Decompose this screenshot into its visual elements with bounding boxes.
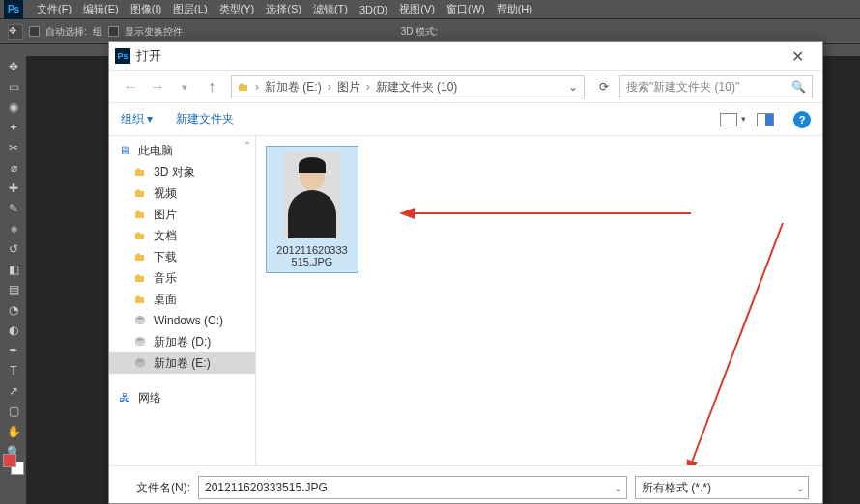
view-mode-button[interactable] bbox=[720, 113, 737, 126]
type-tool-icon[interactable]: T bbox=[2, 361, 25, 380]
tree-item-1[interactable]: 🖿3D 对象 bbox=[109, 161, 255, 182]
crumb-folder[interactable]: 新建文件夹 (10) bbox=[374, 79, 460, 96]
path-dropdown-icon[interactable]: ⌄ bbox=[566, 80, 580, 94]
preview-pane-button[interactable] bbox=[757, 113, 774, 126]
tree-item-0[interactable]: 🖥此电脑 bbox=[109, 140, 255, 161]
menu-view[interactable]: 视图(V) bbox=[393, 0, 441, 18]
new-folder-button[interactable]: 新建文件夹 bbox=[176, 111, 234, 127]
history-brush-icon[interactable]: ↺ bbox=[2, 239, 25, 259]
stamp-tool-icon[interactable]: ⎈ bbox=[2, 219, 25, 238]
tree-item-5[interactable]: 🖿下载 bbox=[109, 246, 255, 267]
file-list[interactable]: 201211620333 515.JPG bbox=[256, 136, 822, 465]
tree-item-label: 新加卷 (D:) bbox=[154, 334, 211, 350]
organize-button[interactable]: 组织 ▾ bbox=[121, 111, 153, 127]
ps-logo-icon: Ps bbox=[4, 0, 23, 19]
recent-button[interactable]: ▾ bbox=[173, 81, 196, 94]
menu-image[interactable]: 图像(I) bbox=[125, 0, 167, 18]
tree-item-3[interactable]: 🖿图片 bbox=[109, 204, 255, 225]
folder-icon: 🖿 bbox=[132, 165, 148, 179]
filename-dropdown-icon[interactable]: ⌄ bbox=[615, 483, 622, 493]
filter-dropdown-icon[interactable]: ⌄ bbox=[796, 483, 804, 493]
crop-tool-icon[interactable]: ✂ bbox=[2, 138, 25, 157]
tree-item-11[interactable]: 🖧网络 bbox=[109, 387, 255, 408]
menu-file[interactable]: 文件(F) bbox=[31, 0, 77, 18]
file-type-filter[interactable]: 所有格式 (*.*) ⌄ bbox=[635, 476, 809, 499]
open-dialog: Ps 打开 ✕ ← → ▾ ↑ 🖿 › 新加卷 (E:) › 图片 › 新建文件… bbox=[108, 41, 823, 504]
drive-icon: ⛃ bbox=[132, 314, 148, 327]
auto-select-target[interactable]: 组 bbox=[93, 25, 102, 39]
thumbnail-image bbox=[283, 152, 341, 238]
network-icon: 🖧 bbox=[117, 391, 132, 405]
tree-item-label: 图片 bbox=[154, 207, 177, 223]
search-icon: 🔍 bbox=[791, 80, 806, 94]
folder-icon: 🖿 bbox=[236, 80, 251, 94]
tree-expand-icon[interactable]: ⌃ bbox=[244, 140, 251, 151]
dialog-titlebar[interactable]: Ps 打开 ✕ bbox=[109, 42, 822, 70]
filename-value: 201211620333515.JPG bbox=[205, 481, 328, 494]
dialog-footer: 文件名(N): 201211620333515.JPG ⌄ 所有格式 (*.*)… bbox=[109, 465, 822, 503]
menu-window[interactable]: 窗口(W) bbox=[441, 0, 491, 18]
tree-item-9[interactable]: ⛃新加卷 (D:) bbox=[109, 331, 255, 352]
nav-tree: ⌃ 🖥此电脑🖿3D 对象🖿视频🖿图片🖿文档🖿下载🖿音乐🖿桌面⛃Windows (… bbox=[109, 136, 256, 465]
breadcrumb[interactable]: 🖿 › 新加卷 (E:) › 图片 › 新建文件夹 (10) ⌄ bbox=[231, 75, 585, 98]
eyedropper-tool-icon[interactable]: ⌀ bbox=[2, 158, 25, 178]
blur-tool-icon[interactable]: ◔ bbox=[2, 300, 25, 320]
tree-item-4[interactable]: 🖿文档 bbox=[109, 225, 255, 246]
menu-layer[interactable]: 图层(L) bbox=[167, 0, 213, 18]
shape-tool-icon[interactable]: ▢ bbox=[2, 402, 25, 421]
path-tool-icon[interactable]: ↗ bbox=[2, 381, 25, 401]
tree-item-6[interactable]: 🖿音乐 bbox=[109, 267, 255, 289]
refresh-button[interactable]: ⟳ bbox=[592, 79, 616, 95]
dialog-toolbar: 组织 ▾ 新建文件夹 ? bbox=[109, 103, 822, 136]
forward-button[interactable]: → bbox=[146, 78, 169, 96]
move-tool-icon[interactable]: ✥ bbox=[2, 57, 25, 76]
menu-help[interactable]: 帮助(H) bbox=[491, 0, 538, 18]
foreground-color[interactable] bbox=[3, 454, 16, 467]
dialog-title: 打开 bbox=[136, 47, 161, 65]
marquee-tool-icon[interactable]: ▭ bbox=[2, 77, 25, 97]
folder-icon: 🖿 bbox=[132, 186, 148, 200]
show-transform-label: 显示变换控件 bbox=[125, 25, 183, 39]
dodge-tool-icon[interactable]: ◐ bbox=[2, 321, 25, 340]
up-button[interactable]: ↑ bbox=[200, 78, 223, 96]
help-button[interactable]: ? bbox=[793, 111, 811, 128]
tree-item-2[interactable]: 🖿视频 bbox=[109, 182, 255, 204]
menu-type[interactable]: 类型(Y) bbox=[214, 0, 261, 18]
drive-icon: ⛃ bbox=[132, 335, 148, 349]
tree-item-label: Windows (C:) bbox=[154, 314, 223, 327]
menu-select[interactable]: 选择(S) bbox=[260, 0, 307, 18]
back-button[interactable]: ← bbox=[119, 78, 142, 96]
color-swatch[interactable] bbox=[3, 454, 24, 475]
tree-item-label: 视频 bbox=[154, 185, 177, 202]
show-transform-checkbox[interactable] bbox=[108, 26, 119, 37]
wand-tool-icon[interactable]: ✦ bbox=[2, 118, 25, 137]
crumb-pictures[interactable]: 图片 bbox=[335, 79, 362, 96]
tree-item-label: 新加卷 (E:) bbox=[154, 355, 211, 372]
close-button[interactable]: ✕ bbox=[778, 47, 817, 66]
lasso-tool-icon[interactable]: ◉ bbox=[2, 98, 25, 117]
tree-item-label: 此电脑 bbox=[138, 143, 173, 159]
search-input[interactable]: 搜索"新建文件夹 (10)" 🔍 bbox=[619, 75, 813, 98]
filename-input[interactable]: 201211620333515.JPG ⌄ bbox=[198, 476, 627, 499]
gradient-tool-icon[interactable]: ▤ bbox=[2, 280, 25, 299]
breadcrumb-sep: › bbox=[253, 80, 261, 94]
crumb-drive[interactable]: 新加卷 (E:) bbox=[263, 79, 324, 96]
folder-icon: 🖿 bbox=[132, 250, 148, 264]
pen-tool-icon[interactable]: ✒ bbox=[2, 341, 25, 360]
brush-tool-icon[interactable]: ✎ bbox=[2, 199, 25, 218]
nav-bar: ← → ▾ ↑ 🖿 › 新加卷 (E:) › 图片 › 新建文件夹 (10) ⌄… bbox=[109, 70, 822, 103]
tree-item-8[interactable]: ⛃Windows (C:) bbox=[109, 310, 255, 331]
eraser-tool-icon[interactable]: ◧ bbox=[2, 260, 25, 279]
file-thumbnail[interactable]: 201211620333 515.JPG bbox=[266, 146, 358, 273]
ps-menubar[interactable]: Ps 文件(F) 编辑(E) 图像(I) 图层(L) 类型(Y) 选择(S) 滤… bbox=[0, 0, 860, 19]
tree-item-10[interactable]: ⛃新加卷 (E:) bbox=[109, 352, 255, 374]
heal-tool-icon[interactable]: ✚ bbox=[2, 179, 25, 198]
menu-edit[interactable]: 编辑(E) bbox=[77, 0, 125, 18]
menu-3d[interactable]: 3D(D) bbox=[354, 2, 393, 17]
menu-filter[interactable]: 滤镜(T) bbox=[307, 0, 354, 18]
hand-tool-icon[interactable]: ✋ bbox=[2, 422, 25, 441]
auto-select-checkbox[interactable] bbox=[29, 26, 40, 37]
active-tool-icon[interactable]: ✥ bbox=[8, 24, 23, 40]
tree-item-7[interactable]: 🖿桌面 bbox=[109, 289, 255, 310]
tree-item-label: 文档 bbox=[154, 228, 177, 244]
